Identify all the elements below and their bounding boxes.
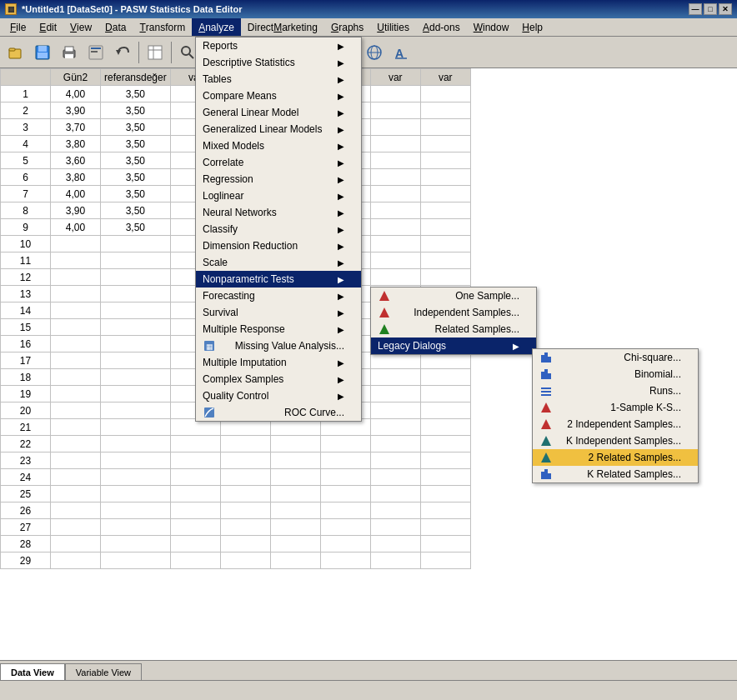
cell-var[interactable] [320,469,370,486]
menu-item-tables[interactable]: Tables▶ [196,71,361,88]
menu-item-multiresponse[interactable]: Multiple Response▶ [196,321,361,338]
menu-item-nonparametric[interactable]: Nonparametric Tests▶ [196,271,361,288]
menu-item-forecasting[interactable]: Forecasting▶ [196,288,361,304]
tab-variable-view[interactable]: Variable View [65,663,142,680]
menu-file[interactable]: File [3,18,33,36]
cell-var[interactable] [370,402,420,419]
cell-ref[interactable] [101,252,171,269]
cell-gun2[interactable] [51,352,101,369]
cell-ref[interactable] [101,419,171,436]
cell-gun2[interactable] [51,419,101,436]
cell-ref[interactable] [101,469,171,486]
cell-var[interactable] [370,536,420,552]
cell-gun2[interactable] [51,486,101,502]
cell-var[interactable] [370,136,420,152]
cell-gun2[interactable] [51,402,101,419]
cell-var[interactable] [420,152,470,169]
cell-var[interactable] [320,436,370,452]
cell-var[interactable] [420,419,470,436]
menu-item-loglinear[interactable]: Loglinear▶ [196,188,361,204]
cell-var[interactable] [270,486,320,502]
cell-var[interactable] [370,369,420,386]
cell-var[interactable] [320,552,370,569]
variable-button[interactable] [143,40,168,65]
cell-var[interactable] [370,86,420,102]
cell-var[interactable] [370,419,420,436]
cell-var[interactable] [420,552,470,569]
cell-gun2[interactable] [51,302,101,319]
cell-gun2[interactable] [51,469,101,486]
cell-var[interactable] [220,552,270,569]
cell-var[interactable] [170,536,220,552]
cell-var[interactable] [320,519,370,536]
menu-item-multipleimputation[interactable]: Multiple Imputation▶ [196,354,361,371]
cell-ref[interactable]: 3,50 [101,186,171,202]
cell-var[interactable] [170,436,220,452]
cell-gun2[interactable]: 4,00 [51,86,101,102]
menu-item-qualitycontrol[interactable]: Quality Control▶ [196,388,361,404]
cell-var[interactable] [220,486,270,502]
menu-item-glm[interactable]: General Linear Model▶ [196,104,361,121]
menu-transform[interactable]: Transform [133,18,192,36]
cell-var[interactable] [420,236,470,252]
cell-var[interactable] [370,502,420,519]
cell-ref[interactable] [101,319,171,336]
cell-var[interactable] [170,469,220,486]
cell-var[interactable] [370,519,420,536]
cell-var[interactable] [320,502,370,519]
cell-var[interactable] [170,502,220,519]
cell-gun2[interactable] [51,269,101,286]
cell-gun2[interactable] [51,386,101,402]
menu-window[interactable]: Window [467,18,516,36]
menu-item-relatedsamples[interactable]: Related Samples... [371,321,536,338]
cell-gun2[interactable]: 4,00 [51,186,101,202]
cell-var[interactable] [420,469,470,486]
cell-var[interactable] [370,236,420,252]
menu-analyze[interactable]: Analyze [192,18,241,36]
open-button[interactable] [3,40,28,65]
cell-gun2[interactable]: 3,80 [51,136,101,152]
cell-var[interactable] [220,536,270,552]
cell-ref[interactable] [101,536,171,552]
menu-view[interactable]: View [63,18,98,36]
cell-var[interactable] [420,369,470,386]
cell-var[interactable] [370,452,420,469]
menu-item-1sampleks[interactable]: 1-Sample K-S... [533,399,698,416]
menu-item-classify[interactable]: Classify▶ [196,221,361,238]
cell-ref[interactable]: 3,50 [101,219,171,236]
cell-var[interactable] [420,269,470,286]
maximize-btn[interactable]: □ [704,3,717,15]
menu-item-indepsamples[interactable]: Independent Samples... [371,304,536,321]
cell-gun2[interactable]: 3,90 [51,102,101,119]
cell-ref[interactable] [101,519,171,536]
cell-ref[interactable] [101,486,171,502]
cell-var[interactable] [370,219,420,236]
cell-ref[interactable] [101,452,171,469]
cell-var[interactable] [170,552,220,569]
menu-item-correlate[interactable]: Correlate▶ [196,154,361,171]
cell-ref[interactable] [101,352,171,369]
cell-var[interactable] [370,436,420,452]
menu-item-binomial[interactable]: Binomial... [533,366,698,382]
cell-var[interactable] [270,502,320,519]
menu-item-regression[interactable]: Regression▶ [196,171,361,188]
cell-ref[interactable]: 3,50 [101,202,171,219]
menu-item-mixed[interactable]: Mixed Models▶ [196,138,361,154]
cell-gun2[interactable]: 3,70 [51,119,101,136]
cell-var[interactable] [220,436,270,452]
cell-ref[interactable] [101,552,171,569]
cell-ref[interactable] [101,236,171,252]
print-button[interactable] [57,40,82,65]
cell-var[interactable] [270,436,320,452]
cell-ref[interactable]: 3,50 [101,152,171,169]
text-button[interactable]: A [389,40,414,65]
menu-edit[interactable]: Edit [33,18,63,36]
menu-item-krelated[interactable]: K Related Samples... [533,466,698,482]
menu-item-2related[interactable]: 2 Related Samples... [533,449,698,466]
cell-var[interactable] [420,536,470,552]
cell-var[interactable] [370,102,420,119]
cell-var[interactable] [420,86,470,102]
cell-ref[interactable] [101,302,171,319]
cell-ref[interactable] [101,286,171,302]
cell-var[interactable] [420,102,470,119]
